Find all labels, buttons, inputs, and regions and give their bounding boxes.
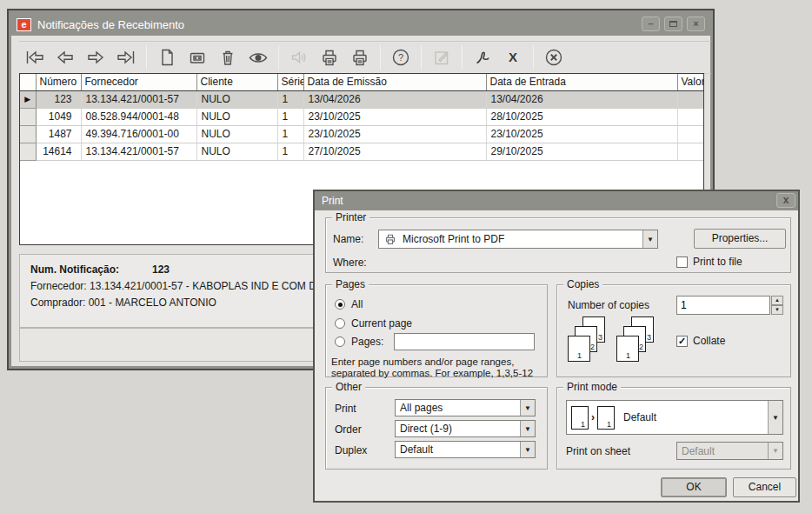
print-to-file-checkbox[interactable]: Print to file xyxy=(676,256,742,268)
table-row[interactable]: ▶ 123 13.134.421/0001-57 NULO 1 13/04/20… xyxy=(20,90,704,108)
cell-valor[interactable] xyxy=(677,143,704,160)
next-record-icon xyxy=(85,48,106,67)
minimize-button[interactable]: – xyxy=(642,17,660,31)
cell-valor[interactable] xyxy=(677,125,704,143)
cell-cliente[interactable]: NULO xyxy=(196,90,277,108)
pages-all-radio[interactable]: All xyxy=(335,298,363,310)
column-header[interactable]: Data de Emissão xyxy=(303,74,486,90)
column-header[interactable]: Cliente xyxy=(196,74,277,90)
pages-hint-line2: separated by commas. For example, 1,3,5-… xyxy=(331,367,533,379)
cell-serie[interactable]: 1 xyxy=(277,108,303,125)
printer-name-combo[interactable]: Microsoft Print to PDF ▼ xyxy=(378,230,658,249)
cell-valor[interactable] xyxy=(677,90,704,108)
table-row[interactable]: 14614 13.134.421/0001-57 NULO 1 27/10/20… xyxy=(20,143,704,160)
print-mode-group: Print mode 1 › 1 Default ▼ Print on shee… xyxy=(556,387,791,470)
cell-cliente[interactable]: NULO xyxy=(196,143,277,160)
cell-fornecedor[interactable]: 08.528.944/0001-48 xyxy=(81,108,196,125)
collate-label: Collate xyxy=(693,335,725,347)
last-record-button[interactable] xyxy=(116,47,136,68)
svg-text:X: X xyxy=(509,50,517,64)
print-combo[interactable]: All pages ▼ xyxy=(395,399,536,416)
export-excel-button[interactable]: X xyxy=(503,47,523,68)
row-selector-marker: ▶ xyxy=(20,90,36,108)
first-record-button[interactable] xyxy=(24,47,45,68)
cell-emissao[interactable]: 27/10/2025 xyxy=(303,143,486,160)
cell-numero[interactable]: 14614 xyxy=(36,143,81,160)
cell-entrada[interactable]: 23/10/2025 xyxy=(486,125,677,143)
cell-entrada[interactable]: 28/10/2025 xyxy=(486,108,677,125)
cell-entrada[interactable]: 13/04/2026 xyxy=(486,90,677,108)
cell-cliente[interactable]: NULO xyxy=(196,108,277,125)
dropdown-arrow-icon[interactable]: ▼ xyxy=(520,421,535,436)
cancel-button[interactable]: Cancel xyxy=(733,477,796,497)
print-dialog-close-button[interactable]: x xyxy=(776,193,795,208)
cell-valor[interactable] xyxy=(677,108,704,125)
help-button[interactable]: ? xyxy=(390,47,411,68)
delete-record-button[interactable] xyxy=(217,47,238,68)
order-combo[interactable]: Direct (1-9) ▼ xyxy=(395,420,536,437)
ok-button[interactable]: OK xyxy=(661,477,727,497)
save-record-button[interactable] xyxy=(187,47,208,68)
cell-fornecedor[interactable]: 13.134.421/0001-57 xyxy=(81,143,196,160)
cell-fornecedor[interactable]: 49.394.716/0001-00 xyxy=(81,125,196,143)
print-dialog-titlebar[interactable]: Print x xyxy=(315,191,798,210)
print-dialog: Print x Printer Name: Microsoft Print to… xyxy=(313,190,800,503)
dropdown-arrow-icon[interactable]: ▼ xyxy=(642,230,657,248)
duplex-combo[interactable]: Default ▼ xyxy=(395,441,536,458)
toolbar: ? X xyxy=(19,41,711,74)
cell-numero[interactable]: 1487 xyxy=(36,125,81,143)
announce-icon xyxy=(290,48,309,67)
column-header[interactable]: Data de Entrada xyxy=(486,74,677,90)
dropdown-arrow-icon[interactable]: ▼ xyxy=(768,401,782,434)
pages-current-radio[interactable]: Current page xyxy=(335,317,412,330)
column-header[interactable]: Valor do xyxy=(677,74,704,90)
other-group-legend: Other xyxy=(332,381,365,393)
column-header[interactable]: Fornecedor xyxy=(81,74,196,90)
export-pdf-button[interactable] xyxy=(472,47,493,68)
announce-button xyxy=(289,47,309,68)
print-alt-button[interactable] xyxy=(349,47,370,68)
new-record-button[interactable] xyxy=(156,47,177,68)
spinner-up-button[interactable]: ▲ xyxy=(771,296,783,305)
table-row[interactable]: 1049 08.528.944/0001-48 NULO 1 23/10/202… xyxy=(20,108,704,125)
view-record-icon xyxy=(248,48,269,67)
cell-fornecedor[interactable]: 13.134.421/0001-57 xyxy=(81,90,196,108)
cell-numero[interactable]: 1049 xyxy=(36,108,81,125)
cell-emissao[interactable]: 23/10/2025 xyxy=(303,125,486,143)
spinner-down-button[interactable]: ▼ xyxy=(771,305,783,315)
properties-button[interactable]: Properties... xyxy=(694,229,786,249)
main-titlebar[interactable]: e Notificações de Recebimento – × xyxy=(11,13,710,36)
toolbar-separator xyxy=(146,45,147,70)
cell-serie[interactable]: 1 xyxy=(277,90,303,108)
next-record-button[interactable] xyxy=(85,47,106,68)
cell-cliente[interactable]: NULO xyxy=(196,125,277,143)
close-window-button[interactable] xyxy=(543,47,564,68)
selector-header xyxy=(20,74,36,90)
maximize-icon xyxy=(669,21,677,27)
cell-serie[interactable]: 1 xyxy=(277,143,303,160)
print-button[interactable] xyxy=(319,47,340,68)
copies-group: Copies Number of copies ▲ ▼ 3 2 1 3 2 1 … xyxy=(556,284,791,377)
other-group: Other Print All pages ▼ Order Direct (1-… xyxy=(325,387,548,470)
table-row[interactable]: 1487 49.394.716/0001-00 NULO 1 23/10/202… xyxy=(20,125,704,143)
column-header[interactable]: Número xyxy=(36,74,81,90)
dropdown-arrow-icon[interactable]: ▼ xyxy=(520,400,535,416)
cell-emissao[interactable]: 13/04/2026 xyxy=(303,90,486,108)
collate-checkbox[interactable]: ✓ Collate xyxy=(676,335,725,347)
pages-range-input[interactable] xyxy=(394,333,535,350)
cell-serie[interactable]: 1 xyxy=(277,125,303,143)
copies-count-input[interactable] xyxy=(676,296,770,315)
column-header[interactable]: Série xyxy=(277,74,303,90)
maximize-button[interactable] xyxy=(664,17,682,31)
cell-entrada[interactable]: 29/10/2025 xyxy=(486,143,677,160)
previous-record-button[interactable] xyxy=(55,47,76,68)
cell-emissao[interactable]: 23/10/2025 xyxy=(303,108,486,125)
cell-numero[interactable]: 123 xyxy=(36,90,81,108)
close-button[interactable]: × xyxy=(687,17,705,31)
order-combo-value: Direct (1-9) xyxy=(400,423,452,435)
print-mode-combo[interactable]: 1 › 1 Default ▼ xyxy=(566,400,783,435)
print-row-label: Print xyxy=(335,403,356,415)
dropdown-arrow-icon[interactable]: ▼ xyxy=(520,442,535,457)
pages-range-radio[interactable]: Pages: xyxy=(335,336,383,348)
view-record-button[interactable] xyxy=(248,47,269,68)
